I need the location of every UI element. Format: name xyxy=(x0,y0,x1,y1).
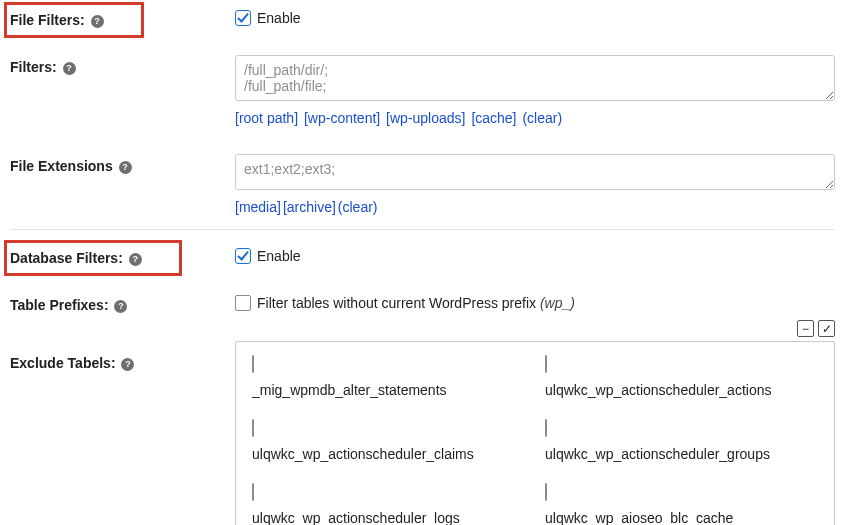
link-clear[interactable]: (clear) xyxy=(522,110,562,126)
enable-label: Enable xyxy=(257,248,301,264)
link-root-path[interactable]: [root path] xyxy=(235,110,298,126)
link-cache[interactable]: [cache] xyxy=(471,110,516,126)
exclude-tables-box: _mig_wpmdb_alter_statements ulqwkc_wp_ac… xyxy=(235,341,835,525)
exclude-tables-label: Exclude Tabels: ? xyxy=(10,341,235,371)
file-extensions-label: File Extensions ? xyxy=(10,154,235,174)
help-icon[interactable]: ? xyxy=(63,62,76,75)
table-prefixes-label: Table Prefixes: ? xyxy=(10,293,235,313)
file-filters-highlight: File Filters: ? xyxy=(10,12,104,28)
table-name: _mig_wpmdb_alter_statements xyxy=(252,382,525,398)
table-item[interactable]: ulqwkc_wp_actionscheduler_groups xyxy=(545,420,818,462)
checkbox-icon[interactable] xyxy=(252,483,254,501)
checkbox-icon[interactable] xyxy=(545,419,547,437)
filters-textarea[interactable] xyxy=(235,55,835,101)
checkbox-icon[interactable] xyxy=(545,355,547,373)
link-wp-content[interactable]: [wp-content] xyxy=(304,110,380,126)
checkbox-icon[interactable] xyxy=(235,295,251,311)
table-name: ulqwkc_wp_actionscheduler_groups xyxy=(545,446,818,462)
checkbox-icon[interactable] xyxy=(252,419,254,437)
collapse-all-button[interactable]: − xyxy=(797,320,814,337)
table-name: ulqwkc_wp_aioseo_blc_cache xyxy=(545,510,818,525)
help-icon[interactable]: ? xyxy=(121,358,134,371)
prefix-checkbox-label: Filter tables without current WordPress … xyxy=(257,295,575,311)
help-icon[interactable]: ? xyxy=(114,300,127,313)
filters-label: Filters: ? xyxy=(10,55,235,75)
link-wp-uploads[interactable]: [wp-uploads] xyxy=(386,110,465,126)
table-name: ulqwkc_wp_actionscheduler_logs xyxy=(252,510,525,525)
file-extensions-textarea[interactable] xyxy=(235,154,835,190)
file-filters-heading: File Filters: xyxy=(10,12,85,28)
table-item[interactable]: ulqwkc_wp_actionscheduler_claims xyxy=(252,420,525,462)
table-item[interactable]: ulqwkc_wp_aioseo_blc_cache xyxy=(545,484,818,525)
help-icon[interactable]: ? xyxy=(119,161,132,174)
extensions-quicklinks: [media][archive](clear) xyxy=(235,199,835,215)
help-icon[interactable]: ? xyxy=(91,15,104,28)
database-filters-heading: Database Filters: xyxy=(10,250,123,266)
help-icon[interactable]: ? xyxy=(129,253,142,266)
enable-label: Enable xyxy=(257,10,301,26)
table-item[interactable]: _mig_wpmdb_alter_statements xyxy=(252,356,525,398)
filters-quicklinks: [root path] [wp-content] [wp-uploads] [c… xyxy=(235,110,835,126)
divider xyxy=(10,229,835,230)
link-media[interactable]: [media] xyxy=(235,199,281,215)
database-filters-enable[interactable]: Enable xyxy=(235,246,301,264)
table-item[interactable]: ulqwkc_wp_actionscheduler_actions xyxy=(545,356,818,398)
table-prefixes-checkbox[interactable]: Filter tables without current WordPress … xyxy=(235,293,575,311)
table-name: ulqwkc_wp_actionscheduler_claims xyxy=(252,446,525,462)
file-filters-enable[interactable]: Enable xyxy=(235,8,301,26)
checkbox-icon[interactable] xyxy=(235,248,251,264)
checkbox-icon[interactable] xyxy=(235,10,251,26)
link-archive[interactable]: [archive] xyxy=(283,199,336,215)
database-filters-highlight: Database Filters: ? xyxy=(10,250,142,266)
checkbox-icon[interactable] xyxy=(252,355,254,373)
checkbox-icon[interactable] xyxy=(545,483,547,501)
check-all-button[interactable]: ✓ xyxy=(818,320,835,337)
table-name: ulqwkc_wp_actionscheduler_actions xyxy=(545,382,818,398)
link-clear[interactable]: (clear) xyxy=(338,199,378,215)
table-item[interactable]: ulqwkc_wp_actionscheduler_logs xyxy=(252,484,525,525)
